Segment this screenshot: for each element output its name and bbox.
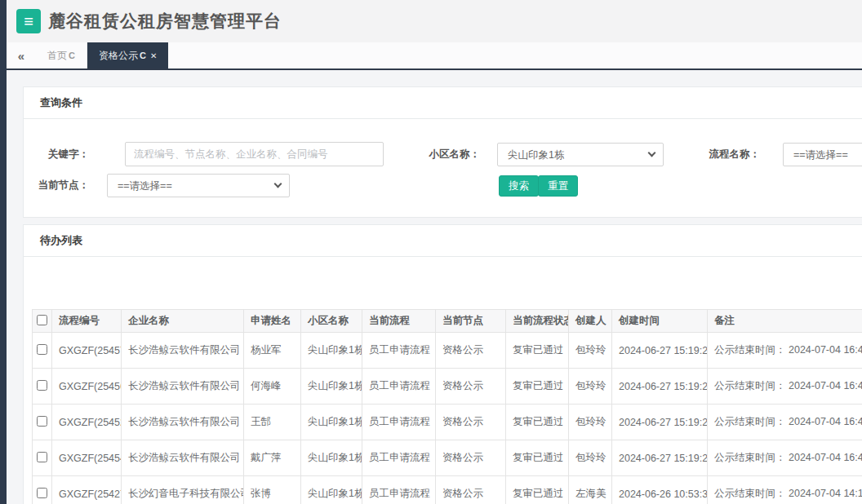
search-button[interactable]: 搜索	[499, 175, 539, 197]
row-checkbox-cell	[33, 440, 52, 476]
double-chevron-left-icon: «	[18, 49, 24, 63]
table-cell: 员工申请流程	[362, 405, 436, 440]
row-checkbox[interactable]	[37, 488, 47, 498]
table-cell: 包玲玲	[569, 405, 612, 440]
row-checkbox-cell	[33, 369, 52, 405]
table-cell: 公示结束时间： 2024-07-04 16:43:42	[708, 440, 862, 476]
process-select[interactable]: ==请选择==	[783, 143, 862, 166]
collapse-tabs-button[interactable]: «	[7, 42, 36, 69]
todo-panel: 待办列表 流程编号企业名称申请姓名小区名称当前流程当前节点当前流程状态创建人创建…	[23, 224, 862, 504]
table-cell: 资格公示	[436, 369, 506, 405]
table-cell: 长沙浩鲸云软件有限公司	[122, 369, 244, 405]
row-checkbox[interactable]	[37, 416, 47, 427]
table-cell: 员工申请流程	[362, 333, 436, 369]
table-cell: 资格公示	[436, 405, 506, 440]
tab-bar: « 首页 C 资格公示 C ✕	[7, 42, 862, 70]
query-form: 关键字： 小区名称： 尖山印象1栋 流程名称： ==请选择== 当前节点： ==…	[24, 119, 862, 217]
row-checkbox-cell	[33, 476, 52, 504]
table-row: GXGZF(25457)长沙浩鲸云软件有限公司杨业军尖山印象1栋员工申请流程资格…	[33, 333, 862, 369]
hamburger-icon: ≡	[24, 12, 33, 31]
tab-label: 首页	[47, 49, 67, 63]
table-cell: 包玲玲	[569, 440, 612, 476]
table-cell: GXGZF(25454)	[52, 440, 122, 476]
column-header: 企业名称	[122, 310, 244, 333]
table-cell: 2024-06-27 15:19:21	[612, 440, 708, 476]
table-cell: 复审已通过	[506, 405, 569, 440]
main-content: 查询条件 关键字： 小区名称： 尖山印象1栋 流程名称： ==请选择== 当前节…	[7, 72, 862, 504]
node-select[interactable]: ==请选择==	[107, 174, 290, 197]
keyword-input[interactable]	[125, 142, 384, 166]
table-cell: 左海美	[569, 476, 612, 504]
select-all-checkbox[interactable]	[37, 315, 47, 325]
column-header: 备注	[708, 310, 862, 333]
table-cell: 公示结束时间： 2024-07-04 16:43:55	[708, 405, 862, 440]
column-header: 创建时间	[612, 310, 708, 333]
menu-toggle-button[interactable]: ≡	[16, 9, 41, 33]
table-cell: 尖山印象1栋	[301, 440, 362, 476]
todo-panel-title: 待办列表	[24, 225, 862, 257]
table-cell: 复审已通过	[506, 476, 569, 504]
community-select[interactable]: 尖山印象1栋	[497, 143, 664, 166]
table-cell: 杨业军	[244, 333, 301, 369]
table-cell: 2024-06-27 15:19:21	[612, 369, 708, 405]
table-cell: 2024-06-26 10:53:39	[612, 476, 708, 504]
node-label: 当前节点：	[24, 174, 89, 197]
table-cell: GXGZF(25427)	[52, 476, 122, 504]
table-cell: 长沙浩鲸云软件有限公司	[122, 405, 244, 440]
process-label: 流程名称：	[678, 143, 760, 166]
table-cell: 长沙浩鲸云软件有限公司	[122, 333, 244, 369]
refresh-icon[interactable]: C	[140, 51, 146, 60]
table-cell: 员工申请流程	[362, 440, 436, 476]
table-row: GXGZF(25456)长沙浩鲸云软件有限公司何海峰尖山印象1栋员工申请流程资格…	[33, 369, 862, 405]
close-icon[interactable]: ✕	[150, 51, 157, 60]
row-checkbox[interactable]	[37, 380, 47, 391]
tab-qualification-publicity[interactable]: 资格公示 C ✕	[87, 42, 168, 69]
table-cell: 资格公示	[436, 476, 506, 504]
column-header: 当前流程状态	[506, 310, 569, 333]
row-checkbox[interactable]	[37, 344, 47, 355]
row-checkbox[interactable]	[37, 452, 47, 462]
community-select-wrap: 尖山印象1栋	[497, 143, 664, 166]
table-cell: GXGZF(25452)	[52, 405, 122, 440]
process-select-wrap: ==请选择==	[783, 143, 862, 166]
table-cell: 员工申请流程	[362, 476, 436, 504]
refresh-icon[interactable]: C	[69, 51, 75, 60]
table-cell: 何海峰	[244, 369, 301, 405]
table-cell: 尖山印象1栋	[301, 476, 362, 504]
table-cell: 戴广萍	[244, 440, 301, 476]
todo-table-container: 流程编号企业名称申请姓名小区名称当前流程当前节点当前流程状态创建人创建时间备注 …	[24, 257, 862, 504]
table-row: GXGZF(25454)长沙浩鲸云软件有限公司戴广萍尖山印象1栋员工申请流程资格…	[33, 440, 862, 476]
collapsed-sidebar[interactable]	[0, 0, 7, 504]
reset-button[interactable]: 重置	[538, 175, 578, 197]
todo-table-body: GXGZF(25457)长沙浩鲸云软件有限公司杨业军尖山印象1栋员工申请流程资格…	[33, 333, 862, 504]
todo-table: 流程编号企业名称申请姓名小区名称当前流程当前节点当前流程状态创建人创建时间备注 …	[32, 309, 862, 504]
node-select-wrap: ==请选择==	[107, 174, 290, 197]
table-cell: 公示结束时间： 2024-07-04 16:44:15	[708, 369, 862, 405]
page-title: 麓谷租赁公租房智慧管理平台	[48, 10, 282, 33]
table-cell: 2024-06-27 15:19:20	[612, 333, 708, 369]
table-cell: 张博	[244, 476, 301, 504]
table-cell: 复审已通过	[506, 440, 569, 476]
column-header: 申请姓名	[244, 310, 301, 333]
table-cell: 长沙幻音电子科技有限公司	[122, 476, 244, 504]
app-header: ≡ 麓谷租赁公租房智慧管理平台	[7, 0, 862, 42]
table-cell: 资格公示	[436, 333, 506, 369]
table-header-row: 流程编号企业名称申请姓名小区名称当前流程当前节点当前流程状态创建人创建时间备注	[33, 310, 862, 333]
table-cell: GXGZF(25456)	[52, 369, 122, 405]
column-header: 创建人	[569, 310, 612, 333]
table-row: GXGZF(25427)长沙幻音电子科技有限公司张博尖山印象1栋员工申请流程资格…	[33, 476, 862, 504]
table-cell: 公示结束时间： 2024-07-04 16:44:27	[708, 333, 862, 369]
column-header: 流程编号	[52, 310, 122, 333]
table-cell: 复审已通过	[506, 333, 569, 369]
table-cell: 资格公示	[436, 440, 506, 476]
tab-home[interactable]: 首页 C	[36, 42, 87, 69]
table-cell: 包玲玲	[569, 333, 612, 369]
table-cell: 王郜	[244, 405, 301, 440]
table-cell: GXGZF(25457)	[52, 333, 122, 369]
table-cell: 2024-06-27 15:19:21	[612, 405, 708, 440]
row-checkbox-cell	[33, 333, 52, 369]
table-cell: 公示结束时间： 2024-07-04 14:15:56	[708, 476, 862, 504]
query-panel: 查询条件 关键字： 小区名称： 尖山印象1栋 流程名称： ==请选择== 当前节…	[23, 86, 862, 218]
table-cell: 尖山印象1栋	[301, 405, 362, 440]
column-header: 当前流程	[362, 310, 436, 333]
